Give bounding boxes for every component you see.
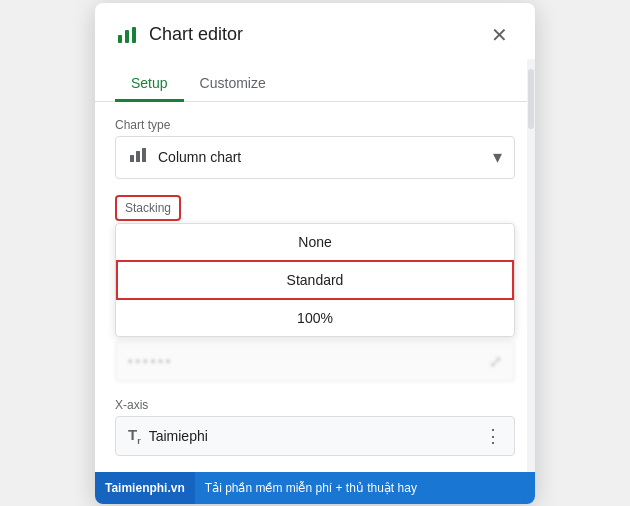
- footer-bar: Taimienphi.vn Tải phần mềm miễn phí + th…: [95, 472, 535, 504]
- footer-brand: Taimienphi.vn: [95, 472, 195, 504]
- close-button[interactable]: ✕: [483, 19, 515, 51]
- x-axis-select[interactable]: Tr Taimiephi ⋮: [115, 416, 515, 456]
- hidden-section: •••••• ⤢: [115, 341, 515, 382]
- stacking-dropdown: None Standard 100%: [115, 223, 515, 337]
- svg-rect-0: [118, 35, 122, 43]
- stacking-section: Stacking None Standard 100% •••••• ⤢: [115, 195, 515, 382]
- text-icon: Tr: [128, 426, 141, 446]
- svg-rect-3: [130, 155, 134, 162]
- x-axis-value: Taimiephi: [149, 428, 208, 444]
- svg-rect-1: [125, 30, 129, 43]
- dialog-body: Chart type Column chart ▾ Stacking: [95, 102, 535, 504]
- chart-type-arrow: ▾: [493, 146, 502, 168]
- scrollbar-thumb[interactable]: [528, 69, 534, 129]
- stacking-option-standard[interactable]: Standard: [116, 260, 514, 300]
- resize-icon: ⤢: [489, 352, 502, 371]
- dialog-header: Chart editor ✕: [95, 3, 535, 51]
- chart-type-value: Column chart: [158, 149, 241, 165]
- dialog-title-group: Chart editor: [115, 23, 243, 47]
- tabs-bar: Setup Customize: [95, 59, 535, 102]
- stacking-option-100[interactable]: 100%: [116, 300, 514, 336]
- chart-type-select[interactable]: Column chart ▾: [115, 136, 515, 179]
- footer-text: Tải phần mềm miễn phí + thủ thuật hay: [195, 472, 535, 504]
- svg-rect-2: [132, 27, 136, 43]
- more-icon[interactable]: ⋮: [484, 425, 502, 447]
- scrollbar-track[interactable]: [527, 59, 535, 504]
- close-icon: ✕: [491, 23, 508, 47]
- chart-editor-dialog: Chart editor ✕ Setup Customize Chart typ…: [95, 3, 535, 504]
- chart-icon: [115, 23, 139, 47]
- dialog-title: Chart editor: [149, 24, 243, 45]
- tab-customize[interactable]: Customize: [184, 67, 282, 102]
- stacking-label: Stacking: [115, 195, 181, 221]
- x-axis-label: X-axis: [115, 398, 515, 412]
- x-axis-section: X-axis Tr Taimiephi ⋮: [115, 398, 515, 456]
- tab-setup[interactable]: Setup: [115, 67, 184, 102]
- chart-type-section: Chart type Column chart ▾: [115, 118, 515, 179]
- svg-rect-4: [136, 151, 140, 162]
- svg-rect-5: [142, 148, 146, 162]
- stacking-option-none[interactable]: None: [116, 224, 514, 260]
- column-chart-icon: [128, 145, 148, 170]
- chart-type-label: Chart type: [115, 118, 515, 132]
